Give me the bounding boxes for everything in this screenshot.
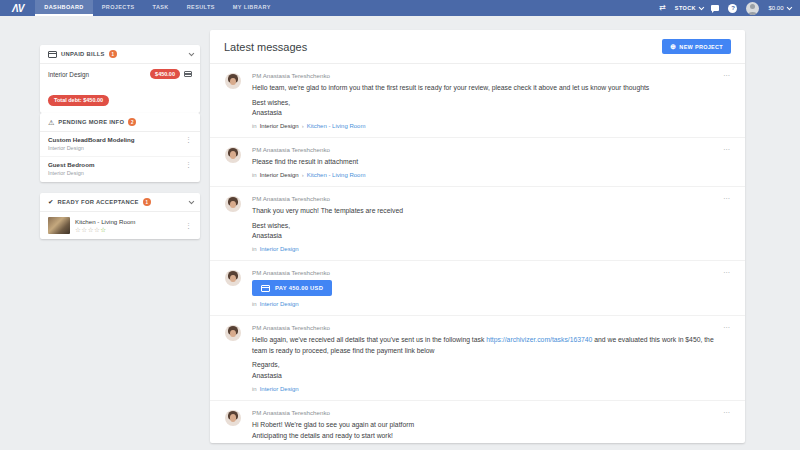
message-body: Hello again, we've received all details … <box>252 335 715 356</box>
bill-project-name: Interior Design <box>48 71 89 78</box>
nav-projects[interactable]: PROJECTS <box>93 0 144 16</box>
breadcrumb-in-label: in <box>252 172 257 178</box>
breadcrumb-in-label: in <box>252 123 257 129</box>
render-thumbnail[interactable] <box>48 217 70 234</box>
app-logo: ΛV <box>0 0 35 16</box>
swap-icon[interactable]: ⇄ <box>659 4 666 12</box>
sender-avatar[interactable] <box>225 196 241 212</box>
breadcrumb-separator-icon: › <box>302 123 304 129</box>
message-body: Please find the result in attachment <box>252 157 715 168</box>
message-body: Thank you very much! The templates are r… <box>252 206 715 217</box>
stock-selector[interactable]: STOCK <box>675 5 703 11</box>
pending-more-info-card: ⚠ PENDING MORE INFO 2 Custom HeadBoard M… <box>40 113 200 182</box>
topbar: ΛV DASHBOARD PROJECTS TASK RESULTS MY LI… <box>0 0 800 16</box>
nav-dashboard[interactable]: DASHBOARD <box>35 0 92 16</box>
pending-item-name: Guest Bedroom <box>48 161 94 170</box>
nav-my-library[interactable]: MY LIBRARY <box>224 0 280 16</box>
chevron-down-icon[interactable] <box>188 51 193 56</box>
breadcrumb-project[interactable]: Interior Design <box>260 123 299 129</box>
message-sender: PM Anastasia Tereshchenko <box>252 269 715 276</box>
sender-avatar[interactable] <box>225 325 241 341</box>
star-icon[interactable]: ☆ <box>100 226 106 233</box>
sender-avatar[interactable] <box>225 410 241 426</box>
total-debt-badge: Total debt: $450.00 <box>48 95 109 106</box>
balance-menu[interactable]: $0.00 <box>768 5 790 11</box>
unpaid-bills-badge: 1 <box>109 50 117 58</box>
unpaid-bills-card: UNPAID BILLS 1 Interior Design $450.00 T… <box>40 45 200 113</box>
sender-avatar[interactable] <box>225 73 241 89</box>
more-options-icon[interactable]: ⋮ <box>185 136 192 143</box>
ready-for-acceptance-badge: 1 <box>143 198 151 206</box>
user-avatar[interactable] <box>746 2 759 15</box>
breadcrumb-task-link[interactable]: Kitchen - Living Room <box>307 172 366 178</box>
message-signoff: Regards, <box>252 360 715 370</box>
plus-circle-icon: ⊕ <box>670 43 676 50</box>
star-icons[interactable]: ☆☆☆☆ <box>75 226 100 233</box>
ready-for-acceptance-card: ✔ READY FOR ACCEPTANCE 1 Kitchen - Livin… <box>40 193 200 239</box>
rating-stars[interactable]: ☆☆☆☆☆ <box>75 226 136 234</box>
pending-more-info-header[interactable]: ⚠ PENDING MORE INFO 2 <box>40 113 200 132</box>
message-item: ⋯ PM Anastasia Tereshchenko PAY 450.00 U… <box>210 261 745 316</box>
message-signoff-name: Anastasia <box>252 371 715 381</box>
message-item: ⋯ PM Anastasia Tereshchenko Hello again,… <box>210 316 745 400</box>
acceptance-item-name: Kitchen - Living Room <box>75 217 136 226</box>
message-sender: PM Anastasia Tereshchenko <box>252 146 715 153</box>
unpaid-bills-header[interactable]: UNPAID BILLS 1 <box>40 45 200 64</box>
breadcrumb-task-link[interactable]: Kitchen - Living Room <box>307 123 366 129</box>
new-project-button[interactable]: ⊕ NEW PROJECT <box>662 39 731 54</box>
chat-icon[interactable] <box>711 5 719 11</box>
breadcrumb-project[interactable]: Interior Design <box>260 172 299 178</box>
message-signoff-name: Anastasia <box>252 231 715 241</box>
sender-avatar[interactable] <box>225 147 241 163</box>
message-sender: PM Anastasia Tereshchenko <box>252 324 715 331</box>
more-options-icon[interactable]: ⋮ <box>185 161 192 168</box>
message-options-icon[interactable]: ⋯ <box>723 409 731 416</box>
breadcrumb-project-link[interactable]: Interior Design <box>260 301 299 307</box>
message-body: Anticipating the details and ready to st… <box>252 431 715 442</box>
message-signoff: Best wishes, <box>252 98 715 108</box>
message-body-text: Hello again, we've received all details … <box>252 336 486 343</box>
messages-header: Latest messages ⊕ NEW PROJECT <box>210 30 745 64</box>
ready-for-acceptance-header[interactable]: ✔ READY FOR ACCEPTANCE 1 <box>40 193 200 212</box>
task-url-link[interactable]: https://archivizer.com/tasks/163740 <box>486 336 592 343</box>
page-title: Latest messages <box>224 41 307 53</box>
unpaid-bills-title: UNPAID BILLS <box>61 51 105 57</box>
message-sender: PM Anastasia Tereshchenko <box>252 72 715 79</box>
message-options-icon[interactable]: ⋯ <box>723 195 731 202</box>
pay-button-label: PAY 450.00 USD <box>275 285 323 291</box>
bill-amount-badge: $450.00 <box>150 69 180 79</box>
breadcrumb: in Interior Design <box>252 301 715 307</box>
new-project-label: NEW PROJECT <box>679 44 723 50</box>
message-sender: PM Anastasia Tereshchenko <box>252 409 715 416</box>
breadcrumb: in Interior Design › Kitchen - Living Ro… <box>252 172 715 178</box>
chevron-down-icon <box>699 5 704 10</box>
more-options-icon[interactable]: ⋮ <box>185 222 192 229</box>
pending-item[interactable]: Guest Bedroom Interior Design ⋮ <box>40 156 200 181</box>
breadcrumb-separator-icon: › <box>302 172 304 178</box>
message-item: ⋯ PM Anastasia Tereshchenko Please find … <box>210 138 745 188</box>
breadcrumb-project-link[interactable]: Interior Design <box>260 246 299 252</box>
acceptance-item[interactable]: Kitchen - Living Room ☆☆☆☆☆ ⋮ <box>40 212 200 239</box>
message-options-icon[interactable]: ⋯ <box>723 146 731 153</box>
chevron-down-icon[interactable] <box>188 199 193 204</box>
pending-item[interactable]: Custom HeadBoard Modeling Interior Desig… <box>40 132 200 156</box>
breadcrumb-project-link[interactable]: Interior Design <box>260 386 299 392</box>
nav-results[interactable]: RESULTS <box>178 0 224 16</box>
app-root: ΛV DASHBOARD PROJECTS TASK RESULTS MY LI… <box>0 0 800 450</box>
nav-task[interactable]: TASK <box>144 0 178 16</box>
message-options-icon[interactable]: ⋯ <box>723 72 731 79</box>
bill-row: Interior Design $450.00 <box>40 64 200 84</box>
pending-item-name: Custom HeadBoard Modeling <box>48 136 135 145</box>
pay-card-icon[interactable] <box>184 71 192 77</box>
warning-icon: ⚠ <box>48 119 54 126</box>
pay-button[interactable]: PAY 450.00 USD <box>252 280 332 296</box>
help-icon[interactable]: ? <box>728 4 737 13</box>
sender-avatar[interactable] <box>225 270 241 286</box>
message-options-icon[interactable]: ⋯ <box>723 324 731 331</box>
credit-card-icon <box>48 51 57 58</box>
pending-item-project: Interior Design <box>48 170 94 178</box>
pending-item-project: Interior Design <box>48 145 135 153</box>
balance-amount: $0.00 <box>768 5 783 11</box>
message-options-icon[interactable]: ⋯ <box>723 269 731 276</box>
message-body: Hi Robert! We're glad to see you again a… <box>252 420 715 431</box>
